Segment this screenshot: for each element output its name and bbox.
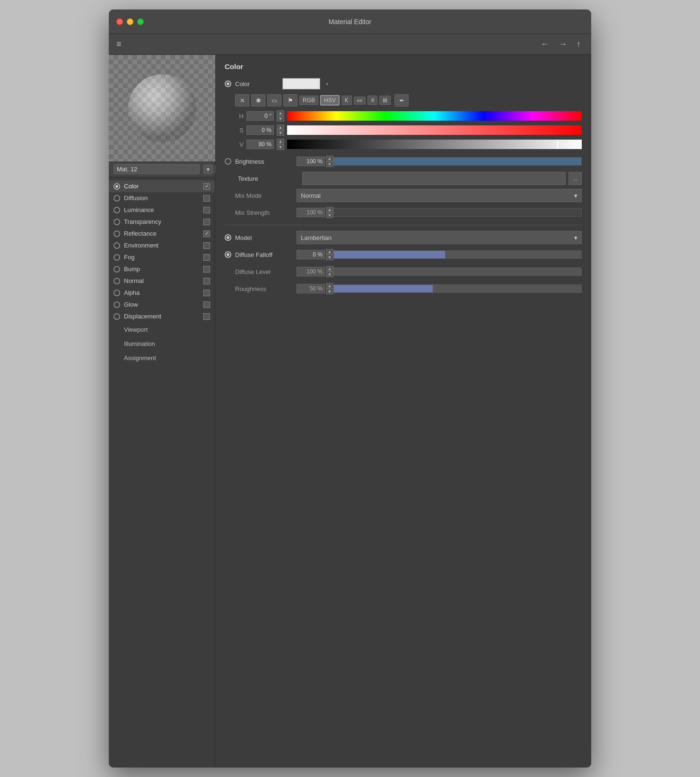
sidebar-item-normal[interactable]: Normal: [109, 275, 215, 287]
fog-radio[interactable]: [114, 254, 120, 261]
up-button[interactable]: ↑: [574, 37, 584, 51]
displacement-radio[interactable]: [114, 313, 120, 320]
glow-radio[interactable]: [114, 301, 120, 308]
color-tool-rect[interactable]: ▭: [267, 94, 281, 106]
glow-checkbox[interactable]: [203, 301, 210, 308]
mode-hsv[interactable]: HSV: [320, 95, 340, 106]
mix-strength-spin-down[interactable]: ▼: [326, 212, 333, 218]
mix-strength-spin-up[interactable]: ▲: [326, 207, 333, 212]
mode-rgb[interactable]: RGB: [299, 96, 318, 105]
v-value-input[interactable]: [246, 140, 274, 149]
mat-dropdown-button[interactable]: ▾: [203, 165, 213, 174]
eyedropper-button[interactable]: ✒: [394, 94, 409, 106]
brightness-spin-up[interactable]: ▲: [326, 156, 333, 161]
value-gradient-slider[interactable]: [287, 140, 582, 149]
mode-k[interactable]: K: [341, 96, 352, 105]
luminance-checkbox[interactable]: [203, 207, 210, 213]
model-dropdown[interactable]: Lambertian ▾: [297, 231, 582, 244]
color-tool-x[interactable]: ✕: [235, 94, 249, 106]
alpha-radio[interactable]: [114, 290, 120, 296]
menu-icon[interactable]: ≡: [116, 39, 122, 49]
transparency-checkbox[interactable]: [203, 219, 210, 225]
diffuse-falloff-slider[interactable]: [333, 250, 582, 259]
roughness-slider[interactable]: [333, 284, 582, 293]
brightness-input[interactable]: [297, 157, 325, 166]
sidebar-item-glow[interactable]: Glow: [109, 299, 215, 310]
sidebar-item-reflectance[interactable]: Reflectance ✓: [109, 228, 215, 239]
h-spin-up[interactable]: ▲: [277, 110, 284, 116]
texture-input[interactable]: [302, 172, 566, 185]
sidebar-item-assignment[interactable]: Assignment: [109, 351, 215, 365]
color-checkbox[interactable]: ✓: [203, 183, 210, 190]
color-prop-radio[interactable]: [225, 80, 231, 87]
mode-hash[interactable]: #: [368, 96, 377, 105]
roughness-spin-up[interactable]: ▲: [326, 283, 333, 289]
back-button[interactable]: ←: [538, 37, 552, 51]
sidebar-item-reflectance-label: Reflectance: [124, 230, 200, 237]
displacement-checkbox[interactable]: [203, 313, 210, 320]
texture-browse-button[interactable]: ...: [569, 172, 582, 185]
normal-radio[interactable]: [114, 278, 120, 284]
diffuse-falloff-spin-down[interactable]: ▼: [326, 255, 333, 260]
diffuse-level-input[interactable]: [297, 267, 325, 276]
h-value-input[interactable]: [246, 111, 274, 121]
normal-checkbox[interactable]: [203, 278, 210, 284]
environment-radio[interactable]: [114, 242, 120, 249]
fog-checkbox[interactable]: [203, 254, 210, 261]
roughness-input[interactable]: [297, 284, 325, 293]
sidebar-item-fog[interactable]: Fog: [109, 251, 215, 263]
color-radio[interactable]: [114, 183, 120, 190]
reflectance-radio[interactable]: [114, 230, 120, 237]
diffuse-level-spin-up[interactable]: ▲: [326, 266, 333, 272]
mode-bars[interactable]: ≡≡: [354, 97, 366, 105]
color-tool-star[interactable]: ✱: [251, 94, 265, 106]
color-dropdown-arrow[interactable]: ▾: [326, 81, 328, 87]
bump-radio[interactable]: [114, 266, 120, 273]
s-value-input[interactable]: [246, 125, 274, 135]
s-spin-down[interactable]: ▼: [277, 130, 284, 136]
roughness-spin-down[interactable]: ▼: [326, 289, 333, 294]
diffuse-level-slider[interactable]: [333, 267, 582, 276]
saturation-gradient-slider[interactable]: [287, 125, 582, 135]
diffusion-checkbox[interactable]: [203, 195, 210, 202]
s-spin-up[interactable]: ▲: [277, 124, 284, 130]
sidebar-item-diffusion[interactable]: Diffusion: [109, 192, 215, 204]
mix-strength-slider[interactable]: [333, 208, 582, 217]
color-tool-flag[interactable]: ⚑: [283, 94, 298, 106]
bump-checkbox[interactable]: [203, 266, 210, 273]
forward-button[interactable]: →: [556, 37, 570, 51]
brightness-spin-down[interactable]: ▼: [326, 161, 333, 167]
diffuse-falloff-input[interactable]: [297, 250, 325, 259]
sidebar-item-alpha[interactable]: Alpha: [109, 287, 215, 299]
sidebar-item-displacement[interactable]: Displacement: [109, 310, 215, 322]
h-label: H: [235, 113, 244, 120]
mix-mode-dropdown[interactable]: Normal ▾: [297, 189, 582, 202]
close-button[interactable]: [116, 18, 123, 25]
sidebar-item-environment[interactable]: Environment: [109, 239, 215, 251]
diffuse-level-spin-down[interactable]: ▼: [326, 272, 333, 277]
sidebar-item-color[interactable]: Color ✓: [109, 180, 215, 192]
mat-name-input[interactable]: [114, 164, 200, 174]
environment-checkbox[interactable]: [203, 242, 210, 249]
luminance-radio[interactable]: [114, 207, 120, 213]
sidebar-item-luminance[interactable]: Luminance: [109, 204, 215, 216]
mode-grid[interactable]: ⊞: [379, 96, 391, 105]
brightness-slider[interactable]: [333, 157, 582, 166]
sidebar-item-illumination[interactable]: Illumination: [109, 336, 215, 351]
mix-strength-input[interactable]: [297, 208, 325, 217]
fullscreen-button[interactable]: [137, 18, 144, 25]
h-spin-down[interactable]: ▼: [277, 116, 284, 122]
v-spin-up[interactable]: ▲: [277, 139, 284, 144]
sidebar-item-bump[interactable]: Bump: [109, 263, 215, 275]
alpha-checkbox[interactable]: [203, 290, 210, 296]
sidebar-item-transparency[interactable]: Transparency: [109, 216, 215, 228]
hue-gradient-slider[interactable]: [287, 111, 582, 121]
reflectance-checkbox[interactable]: ✓: [203, 230, 210, 237]
sidebar-item-viewport[interactable]: Viewport: [109, 322, 215, 336]
v-spin-down[interactable]: ▼: [277, 144, 284, 150]
minimize-button[interactable]: [127, 18, 133, 25]
diffusion-radio[interactable]: [114, 195, 120, 202]
color-swatch[interactable]: [282, 78, 320, 89]
diffuse-falloff-spin-up[interactable]: ▲: [326, 249, 333, 255]
transparency-radio[interactable]: [114, 219, 120, 225]
